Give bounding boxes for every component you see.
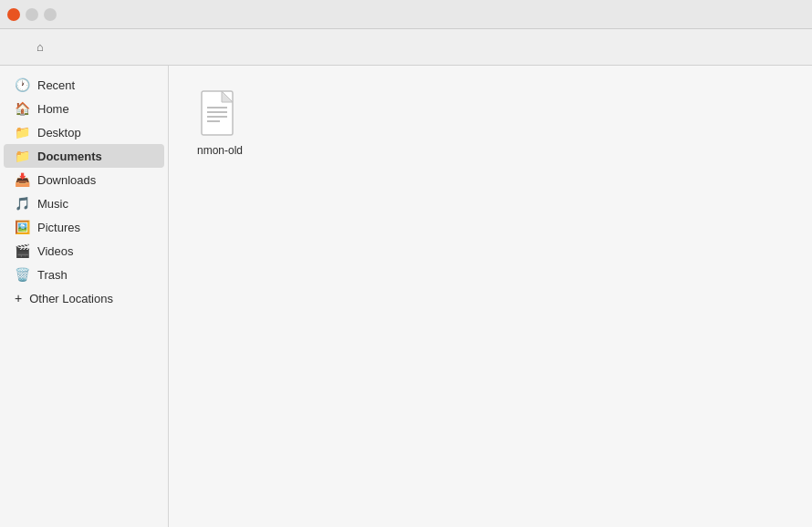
sidebar-label-documents: Documents <box>37 150 153 163</box>
sidebar-item-music[interactable]: 🎵Music <box>4 191 164 215</box>
forward-button[interactable] <box>22 44 33 51</box>
file-area: nmon-old <box>169 66 812 527</box>
sidebar-label-home: Home <box>37 102 153 116</box>
file-grid: nmon-old <box>183 80 797 166</box>
close-button[interactable] <box>7 8 20 21</box>
maximize-button[interactable] <box>44 8 57 21</box>
sidebar-item-other-locations[interactable]: +Other Locations <box>4 286 164 310</box>
toolbar-actions <box>763 43 805 52</box>
trash-icon: 🗑️ <box>15 267 30 282</box>
back-button[interactable] <box>7 44 18 51</box>
other-locations-icon: + <box>15 291 22 305</box>
sidebar-item-documents[interactable]: 📁Documents <box>4 144 164 168</box>
videos-icon: 🎬 <box>15 243 30 258</box>
window-controls <box>7 8 57 21</box>
music-icon: 🎵 <box>15 196 30 211</box>
main-area: 🕐Recent🏠Home📁Desktop📁Documents📥Downloads… <box>0 66 812 527</box>
sidebar-label-desktop: Desktop <box>37 126 153 140</box>
sidebar-item-home[interactable]: 🏠Home <box>4 97 164 120</box>
sidebar-item-desktop[interactable]: 📁Desktop <box>4 120 164 144</box>
sidebar-label-videos: Videos <box>37 244 153 258</box>
sidebar-label-recent: Recent <box>37 78 153 92</box>
view-button[interactable] <box>777 43 790 52</box>
desktop-icon: 📁 <box>15 125 30 140</box>
file-icon-nmon-old <box>198 88 242 139</box>
documents-icon: 📁 <box>15 149 30 163</box>
sidebar: 🕐Recent🏠Home📁Desktop📁Documents📥Downloads… <box>0 66 169 527</box>
sidebar-item-recent[interactable]: 🕐Recent <box>4 73 164 97</box>
sidebar-label-downloads: Downloads <box>37 173 153 187</box>
pictures-icon: 🖼️ <box>15 220 30 234</box>
sidebar-item-downloads[interactable]: 📥Downloads <box>4 168 164 191</box>
file-name-nmon-old: nmon-old <box>197 144 243 159</box>
search-button[interactable] <box>763 43 776 52</box>
toolbar: ⌂ <box>0 29 812 66</box>
home-icon: 🏠 <box>15 101 30 116</box>
titlebar <box>0 0 812 29</box>
sidebar-label-trash: Trash <box>37 268 153 282</box>
recent-icon: 🕐 <box>15 78 30 92</box>
downloads-icon: 📥 <box>15 172 30 187</box>
menu-button[interactable] <box>792 43 805 52</box>
sidebar-label-pictures: Pictures <box>37 221 153 234</box>
sidebar-item-trash[interactable]: 🗑️Trash <box>4 263 164 286</box>
file-item-nmon-old[interactable]: nmon-old <box>183 80 256 166</box>
breadcrumb: ⌂ <box>36 40 759 54</box>
sidebar-label-other-locations: Other Locations <box>29 292 153 305</box>
sidebar-label-music: Music <box>37 197 153 211</box>
minimize-button[interactable] <box>26 8 38 21</box>
sidebar-item-videos[interactable]: 🎬Videos <box>4 239 164 263</box>
home-icon: ⌂ <box>36 40 44 54</box>
sidebar-item-pictures[interactable]: 🖼️Pictures <box>4 215 164 239</box>
